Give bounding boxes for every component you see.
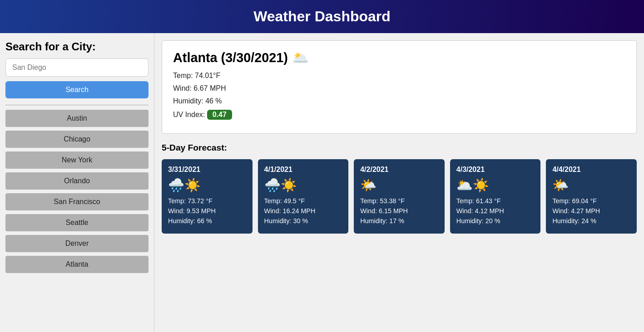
city-button[interactable]: San Francisco <box>5 193 149 210</box>
forecast-temp: Temp: 53.38 °F <box>360 197 438 205</box>
sidebar: Search for a City: Search AustinChicagoN… <box>0 33 154 332</box>
forecast-temp: Temp: 49.5 °F <box>264 197 342 205</box>
forecast-wind: Wind: 4.27 MPH <box>552 207 630 215</box>
header: Weather Dashboard <box>0 0 644 33</box>
forecast-card: 4/1/2021 🌧️☀️ Temp: 49.5 °F Wind: 16.24 … <box>258 159 349 234</box>
uv-label: UV Index: <box>173 111 205 118</box>
current-humidity: Humidity: 46 % <box>173 97 625 105</box>
forecast-icon: 🌥️☀️ <box>456 177 535 193</box>
forecast-date: 4/2/2021 <box>360 166 438 174</box>
city-button[interactable]: Chicago <box>5 131 149 148</box>
city-button[interactable]: Denver <box>5 235 149 252</box>
current-weather-icon: 🌥️ <box>292 50 309 65</box>
current-wind: Wind: 6.67 MPH <box>173 84 625 93</box>
forecast-icon: 🌤️ <box>360 177 438 193</box>
main-layout: Search for a City: Search AustinChicagoN… <box>0 33 644 332</box>
divider <box>5 105 149 105</box>
forecast-wind: Wind: 6.15 MPH <box>360 207 438 215</box>
forecast-temp: Temp: 73.72 °F <box>168 197 246 205</box>
city-button[interactable]: Austin <box>5 110 149 127</box>
page-title: Weather Dashboard <box>8 8 636 25</box>
forecast-wind: Wind: 9.53 MPH <box>168 207 246 215</box>
forecast-title: 5-Day Forecast: <box>162 143 637 153</box>
forecast-humidity: Humidity: 24 % <box>552 217 630 225</box>
forecast-temp: Temp: 69.04 °F <box>552 197 630 205</box>
forecast-wind: Wind: 16.24 MPH <box>264 207 342 215</box>
current-temp: Temp: 74.01°F <box>173 72 625 80</box>
forecast-date: 4/4/2021 <box>552 166 630 174</box>
city-button[interactable]: Seattle <box>5 214 149 231</box>
forecast-date: 3/31/2021 <box>168 166 246 174</box>
forecast-date: 4/1/2021 <box>264 166 342 174</box>
forecast-humidity: Humidity: 17 % <box>360 217 438 225</box>
search-label: Search for a City: <box>5 40 149 53</box>
forecast-cards: 3/31/2021 🌧️☀️ Temp: 73.72 °F Wind: 9.53… <box>162 159 637 234</box>
current-city-date-text: Atlanta (3/30/2021) <box>173 50 288 65</box>
forecast-humidity: Humidity: 20 % <box>456 217 535 225</box>
forecast-card: 4/3/2021 🌥️☀️ Temp: 61.43 °F Wind: 4.12 … <box>450 159 541 234</box>
forecast-humidity: Humidity: 30 % <box>264 217 342 225</box>
city-list: AustinChicagoNew YorkOrlandoSan Francisc… <box>5 110 149 273</box>
city-button[interactable]: Atlanta <box>5 256 149 273</box>
forecast-section: 5-Day Forecast: 3/31/2021 🌧️☀️ Temp: 73.… <box>162 143 637 234</box>
forecast-icon: 🌧️☀️ <box>168 177 246 193</box>
forecast-card: 4/2/2021 🌤️ Temp: 53.38 °F Wind: 6.15 MP… <box>354 159 445 234</box>
forecast-date: 4/3/2021 <box>456 166 535 174</box>
forecast-card: 4/4/2021 🌤️ Temp: 69.04 °F Wind: 4.27 MP… <box>546 159 637 234</box>
search-button[interactable]: Search <box>5 81 149 98</box>
city-button[interactable]: Orlando <box>5 172 149 190</box>
search-input[interactable] <box>5 59 149 77</box>
content: Atlanta (3/30/2021) 🌥️ Temp: 74.01°F Win… <box>154 33 644 332</box>
city-button[interactable]: New York <box>5 151 149 169</box>
current-city-date: Atlanta (3/30/2021) 🌥️ <box>173 50 625 65</box>
forecast-icon: 🌧️☀️ <box>264 177 342 193</box>
forecast-temp: Temp: 61.43 °F <box>456 197 535 205</box>
current-uv: UV Index: 0.47 <box>173 110 625 120</box>
forecast-humidity: Humidity: 66 % <box>168 217 246 225</box>
forecast-card: 3/31/2021 🌧️☀️ Temp: 73.72 °F Wind: 9.53… <box>162 159 253 234</box>
current-weather-card: Atlanta (3/30/2021) 🌥️ Temp: 74.01°F Win… <box>162 40 637 134</box>
uv-badge: 0.47 <box>207 110 232 120</box>
forecast-wind: Wind: 4.12 MPH <box>456 207 535 215</box>
forecast-icon: 🌤️ <box>552 177 630 193</box>
